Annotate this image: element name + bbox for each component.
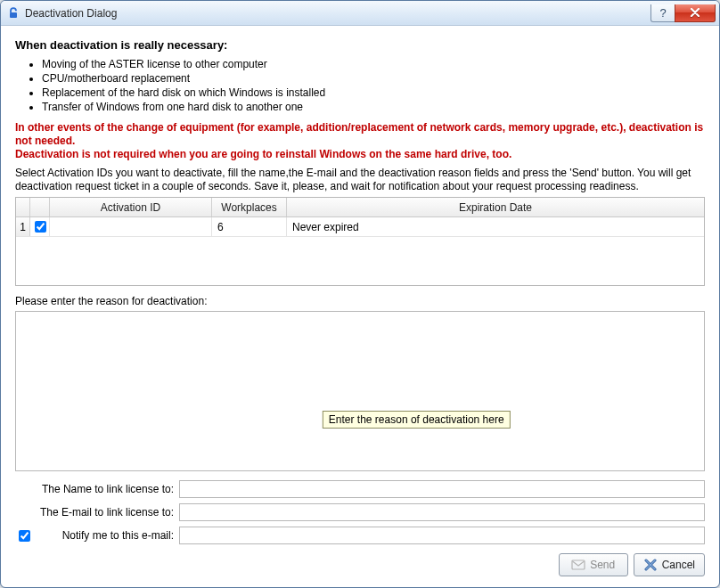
row-checkbox[interactable] bbox=[35, 221, 46, 233]
column-header-expiration[interactable]: Expiration Date bbox=[287, 198, 704, 216]
bullet-item: Replacement of the hard disk on which Wi… bbox=[42, 86, 705, 100]
email-input[interactable] bbox=[179, 503, 705, 521]
table-row[interactable]: 1 6 Never expired bbox=[16, 217, 704, 237]
column-header-activation-id[interactable]: Activation ID bbox=[50, 198, 212, 216]
cancel-button[interactable]: Cancel bbox=[634, 553, 705, 576]
warning-text: In other events of the change of equipme… bbox=[15, 121, 705, 161]
window-title: Deactivation Dialog bbox=[25, 7, 117, 20]
reason-tooltip: Enter the reason of deactivation here bbox=[323, 411, 511, 429]
notify-label: Notify me to this e-mail: bbox=[37, 529, 174, 542]
notify-checkbox[interactable] bbox=[19, 530, 30, 542]
cell-activation-id bbox=[50, 217, 212, 236]
send-button[interactable]: Send bbox=[559, 553, 628, 576]
envelope-icon bbox=[571, 558, 585, 572]
email-label: The E-mail to link license to: bbox=[15, 506, 174, 519]
column-header-workplaces[interactable]: Workplaces bbox=[212, 198, 287, 216]
cell-expiration: Never expired bbox=[287, 217, 704, 236]
row-checkbox-cell bbox=[30, 217, 50, 236]
cancel-button-label: Cancel bbox=[662, 559, 695, 571]
warning-line: In other events of the change of equipme… bbox=[15, 121, 703, 147]
bullet-list: Moving of the ASTER license to other com… bbox=[42, 57, 705, 114]
bullet-item: Moving of the ASTER license to other com… bbox=[42, 57, 705, 71]
lock-icon bbox=[6, 6, 20, 20]
cancel-x-icon bbox=[643, 558, 658, 572]
titlebar: Deactivation Dialog ? bbox=[1, 1, 719, 26]
heading: When deactivation is really necessary: bbox=[15, 38, 705, 52]
reason-textarea[interactable]: Enter the reason of deactivation here bbox=[15, 311, 705, 471]
dialog-window: Deactivation Dialog ? When deactivation … bbox=[0, 0, 720, 588]
column-header-check[interactable] bbox=[30, 198, 50, 216]
name-input[interactable] bbox=[179, 480, 705, 498]
send-button-label: Send bbox=[590, 559, 615, 571]
grid-header: Activation ID Workplaces Expiration Date bbox=[16, 198, 704, 217]
row-index: 1 bbox=[16, 217, 30, 236]
svg-rect-0 bbox=[10, 12, 17, 18]
client-area: When deactivation is really necessary: M… bbox=[6, 29, 714, 582]
warning-line: Deactivation is not required when you ar… bbox=[15, 148, 511, 160]
help-button[interactable]: ? bbox=[650, 4, 675, 22]
close-button[interactable] bbox=[675, 4, 716, 22]
cell-workplaces: 6 bbox=[212, 217, 287, 236]
bullet-item: CPU/motherboard replacement bbox=[42, 71, 705, 86]
notify-input[interactable] bbox=[179, 527, 705, 544]
instructions-text: Select Activation IDs you want to deacti… bbox=[15, 167, 705, 193]
activation-grid: Activation ID Workplaces Expiration Date… bbox=[15, 197, 705, 286]
button-row: Send Cancel bbox=[15, 550, 705, 576]
reason-label: Please enter the reason for deactivation… bbox=[15, 295, 705, 307]
column-header-index[interactable] bbox=[16, 198, 30, 216]
bullet-item: Transfer of Windows from one hard disk t… bbox=[42, 100, 705, 114]
name-label: The Name to link license to: bbox=[15, 483, 174, 495]
